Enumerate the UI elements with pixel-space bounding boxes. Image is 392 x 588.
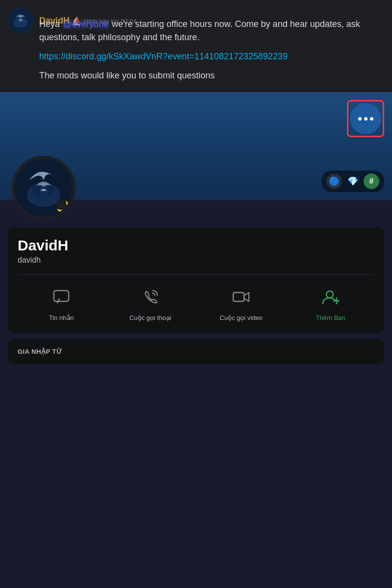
profile-banner: 🌙 🔵 💎 # (0, 92, 392, 200)
moon-badge: 🌙 (56, 200, 70, 214)
diamond-badge: 💎 (345, 173, 361, 189)
svg-rect-6 (54, 291, 69, 301)
action-buttons: Tin nhắn Cuộc gọi thoại Cuộc gọi vide (18, 285, 374, 321)
gia-nhap-section: GIA NHẬP TỪ (8, 339, 384, 364)
add-friend-icon (318, 285, 343, 309)
more-options-button[interactable] (350, 103, 381, 134)
dot-1 (358, 117, 362, 121)
avatar-large-container: 🌙 (12, 156, 75, 220)
badges-row: 🔵 💎 # (321, 171, 384, 192)
message-body: Heya @everyone we're starting office hou… (39, 18, 384, 82)
video-icon (229, 285, 253, 309)
video-call-label: Cuộc gọi video (220, 314, 263, 321)
orbit-badge: 🔵 (326, 173, 342, 189)
message-label: Tin nhắn (49, 314, 74, 321)
gia-nhap-title: GIA NHẬP TỪ (18, 348, 374, 355)
voice-call-label: Cuộc gọi thoại (129, 314, 171, 321)
message-text-bottom: The mods would like you to submit questi… (39, 69, 384, 82)
dots-icon (358, 117, 373, 121)
dot-2 (364, 117, 368, 121)
profile-display-name: DavidH (18, 237, 374, 254)
more-button-wrapper (347, 100, 384, 137)
dot-3 (370, 117, 373, 121)
profile-card: DavidH davidh Tin nhắn Cuộc gọi (8, 227, 384, 333)
add-friend-button[interactable]: Thêm Ban (311, 285, 350, 321)
video-call-button[interactable]: Cuộc gọi video (220, 285, 263, 321)
add-friend-label: Thêm Ban (316, 314, 345, 321)
mention-everyone: @everyone (62, 19, 109, 29)
phone-icon (138, 285, 163, 309)
hash-badge: # (364, 173, 379, 189)
voice-call-button[interactable]: Cuộc gọi thoại (129, 285, 171, 321)
message-text-before: Heya (39, 19, 62, 29)
chat-icon (49, 285, 74, 309)
svg-point-8 (326, 291, 333, 298)
profile-username: davidh (18, 256, 374, 265)
sender-avatar (8, 8, 33, 33)
discord-link[interactable]: https://discord.gg/kSkXawdVnR?event=1141… (39, 50, 384, 63)
profile-divider (18, 274, 374, 275)
svg-rect-7 (233, 293, 244, 301)
profile-avatar: 🌙 (12, 156, 75, 220)
message-area: DavidH ⛵ Hôm nay lúc 02:04 Heya @everyon… (0, 0, 392, 92)
message-button[interactable]: Tin nhắn (42, 285, 81, 321)
